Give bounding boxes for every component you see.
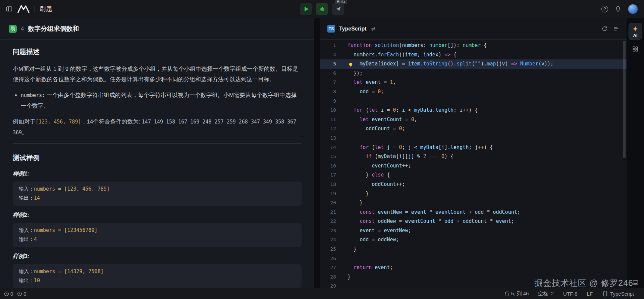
code-text: event = eventNew; bbox=[336, 226, 411, 236]
code-line[interactable]: 12 oddCount = 0; bbox=[320, 124, 627, 134]
indentation-setting[interactable]: 空格: 2 bbox=[538, 291, 554, 297]
code-line[interactable]: 13 bbox=[320, 134, 627, 143]
error-icon bbox=[4, 291, 9, 296]
line-number: 15 bbox=[320, 152, 336, 161]
code-line[interactable]: 20 } bbox=[320, 198, 627, 208]
code-text: odd = 0; bbox=[336, 87, 384, 97]
apps-grid-icon[interactable] bbox=[632, 46, 638, 52]
encoding-setting[interactable]: UTF-8 bbox=[563, 291, 578, 297]
line-number: 29 bbox=[320, 282, 336, 288]
code-line[interactable]: 17 } else { bbox=[320, 170, 627, 180]
parameter-list: numbers: 一个由多个整数字符串组成的列表，每个字符串可以视为一个数字组。… bbox=[13, 90, 302, 111]
code-line[interactable]: 22 const oddNew = eventCount * odd + odd… bbox=[320, 217, 627, 226]
parameter-item: numbers: 一个由多个整数字符串组成的列表，每个字符串可以视为一个数字组。… bbox=[21, 90, 302, 111]
warning-indicator[interactable]: 0 bbox=[17, 291, 26, 297]
right-rail: AI bbox=[627, 18, 644, 288]
line-number: 18 bbox=[320, 180, 336, 189]
code-line[interactable]: 4 numbers.forEach((item, index) => { bbox=[320, 50, 627, 60]
ai-assistant-button[interactable]: AI bbox=[629, 23, 642, 40]
brand-divider bbox=[35, 6, 35, 12]
code-line[interactable]: 14 for (let j = 0; j < myData[i].length;… bbox=[320, 143, 627, 152]
code-text: let event = 1, bbox=[336, 78, 396, 87]
code-line[interactable]: 5 myData[index] = item.toString().split(… bbox=[320, 59, 627, 69]
code-line[interactable]: 9 bbox=[320, 97, 627, 106]
submit-button[interactable]: Beta bbox=[332, 3, 344, 15]
code-line[interactable]: 11 let eventCount = 0, bbox=[320, 115, 627, 124]
code-line[interactable]: 8 odd = 0; bbox=[320, 87, 627, 97]
code-text: } bbox=[336, 245, 357, 254]
code-line[interactable]: 24 odd = oddNew; bbox=[320, 235, 627, 245]
problem-number: 4 bbox=[21, 26, 24, 32]
switch-language-icon[interactable]: ⇄ bbox=[371, 26, 376, 32]
code-line[interactable]: 6 }); bbox=[320, 69, 627, 78]
run-button[interactable] bbox=[300, 3, 312, 15]
description-paragraph: 小M面对一组从 1 到 9 的数字，这些数字被分成多个小组，并从每个小组中选择一… bbox=[13, 64, 302, 85]
code-text: odd = oddNew; bbox=[336, 235, 399, 245]
code-line[interactable]: 23 event = eventNew; bbox=[320, 226, 627, 236]
toggle-bottom-panel-icon[interactable] bbox=[633, 280, 638, 285]
debug-button[interactable] bbox=[316, 3, 328, 15]
code-line[interactable]: 26 bbox=[320, 254, 627, 263]
samples-heading: 测试样例 bbox=[13, 154, 302, 162]
code-lines: 1function solution(numbers: number[]): n… bbox=[320, 40, 627, 288]
code-line[interactable]: 27 return event; bbox=[320, 263, 627, 272]
error-indicator[interactable]: 0 bbox=[4, 291, 13, 297]
code-line[interactable]: 16 eventCount++; bbox=[320, 161, 627, 171]
line-number: 8 bbox=[320, 87, 336, 97]
language-selector[interactable]: TypeScript bbox=[339, 26, 367, 32]
avatar[interactable] bbox=[628, 4, 638, 14]
io-label: 输入： bbox=[19, 268, 34, 275]
code-line[interactable]: 25 } bbox=[320, 245, 627, 254]
typescript-icon: TS bbox=[327, 25, 335, 33]
line-number: 14 bbox=[320, 143, 336, 152]
language-mode[interactable]: {} TypeScript bbox=[602, 291, 634, 297]
cursor-position[interactable]: 行 5, 列 46 bbox=[505, 291, 529, 297]
code-line[interactable]: 1function solution(numbers: number[]): n… bbox=[320, 41, 627, 50]
parameter-text: 一个由多个整数字符串组成的列表，每个字符串可以视为一个数字组。小M需要从每个数字… bbox=[21, 92, 297, 109]
line-number: 21 bbox=[320, 208, 336, 217]
editor-scrollbar[interactable] bbox=[623, 41, 626, 158]
bell-icon[interactable] bbox=[615, 6, 621, 12]
watermark: 掘金技术社区 @ 修罗246 bbox=[534, 278, 633, 289]
code-line[interactable]: 15 if (myData[i][j] % 2 === 0) { bbox=[320, 152, 627, 161]
reset-code-icon[interactable] bbox=[602, 26, 607, 32]
code-text bbox=[336, 97, 347, 106]
code-text: let eventCount = 0, bbox=[336, 115, 417, 124]
code-text: }); bbox=[336, 69, 363, 78]
line-number: 22 bbox=[320, 217, 336, 226]
code-line[interactable]: 7 let event = 1, bbox=[320, 78, 627, 87]
line-number: 4 bbox=[320, 50, 336, 60]
eol-setting[interactable]: LF bbox=[587, 291, 593, 297]
io-label: 输出： bbox=[19, 195, 34, 201]
code-line[interactable]: 10 for (let i = 0; i < myData.length; i+… bbox=[320, 106, 627, 115]
help-icon[interactable]: ? bbox=[601, 6, 608, 12]
difficulty-badge: 易 bbox=[9, 25, 17, 33]
line-number: 11 bbox=[320, 115, 336, 124]
warning-count: 0 bbox=[23, 291, 26, 297]
problem-title: 数字分组求偶数和 bbox=[28, 24, 79, 33]
code-line[interactable]: 19 } bbox=[320, 189, 627, 199]
format-code-icon[interactable] bbox=[613, 26, 619, 32]
line-number: 17 bbox=[320, 170, 336, 180]
statusbar: 0 0 行 5, 列 46 空格: 2 UTF-8 LF {} TypeScri… bbox=[0, 288, 644, 299]
logo-icon[interactable] bbox=[17, 4, 30, 13]
sample-label: 样例2: bbox=[13, 211, 302, 219]
line-number: 16 bbox=[320, 161, 336, 171]
io-label: 输出： bbox=[19, 236, 34, 242]
run-controls: Beta bbox=[300, 3, 344, 15]
topbar: 刷题 Beta ? bbox=[0, 0, 644, 18]
code-text: return event; bbox=[336, 263, 393, 272]
line-number: 5 bbox=[320, 59, 336, 69]
error-count: 0 bbox=[10, 291, 13, 297]
code-text: const eventNew = event * eventCount + od… bbox=[336, 208, 520, 217]
code-line[interactable]: 21 const eventNew = event * eventCount +… bbox=[320, 208, 627, 217]
sidebar-toggle-icon[interactable] bbox=[6, 6, 12, 12]
app-root: 刷题 Beta ? 易 4 bbox=[0, 0, 644, 18]
line-number: 1 bbox=[320, 41, 336, 50]
braces-icon: {} bbox=[602, 291, 608, 297]
code-line[interactable]: 18 oddCount++; bbox=[320, 180, 627, 189]
warning-icon bbox=[17, 291, 22, 296]
line-number: 10 bbox=[320, 106, 336, 115]
io-value: 10 bbox=[34, 278, 40, 284]
example-paragraph: 例如对于[123, 456, 789]，14个符合条件的数为: 147 149 … bbox=[13, 116, 302, 138]
